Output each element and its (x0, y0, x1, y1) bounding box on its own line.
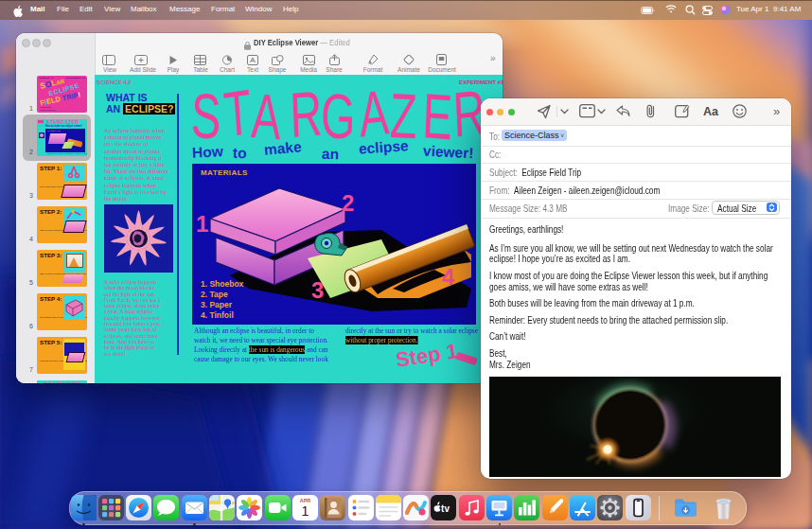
svg-text:1: 1 (301, 503, 309, 519)
svg-text:tv: tv (441, 503, 450, 514)
